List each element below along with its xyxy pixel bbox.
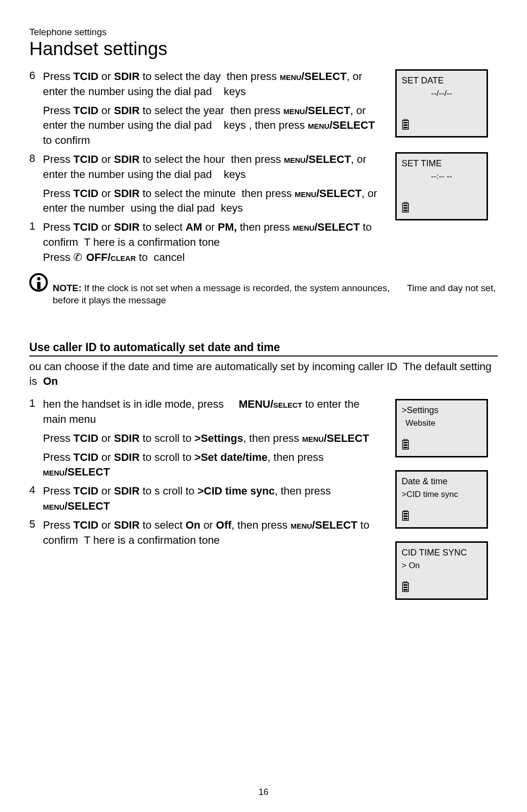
step-number: 6 (29, 69, 43, 99)
note-emph: Time and day not set, (407, 283, 496, 293)
lcd-line-2: >CID time sync (402, 490, 482, 499)
note-block: NOTE: If the clock is not set when a mes… (29, 277, 498, 307)
svg-rect-4 (404, 127, 407, 128)
page-number: 16 (259, 787, 268, 797)
note-body-2: before it plays the message (53, 295, 166, 305)
note-label: NOTE: (53, 283, 81, 293)
step-number: 1 (29, 220, 43, 265)
instruction-step: 4Press TCID or SDIR to s croll to >CID t… (29, 484, 385, 514)
lcd-line-2: --/--/-- (402, 89, 482, 99)
instruction-step: 8Press TCID or SDIR to select the hour t… (29, 152, 385, 182)
svg-rect-7 (404, 205, 407, 206)
document-page: Telephone settings Handset settings 6Pre… (0, 0, 527, 812)
step-body: hen the handset is in idle mode, press M… (43, 397, 385, 427)
step-number: 5 (29, 518, 43, 548)
section-1-lcds: SET DATE--/--/--SET TIME--:-- -- (395, 69, 498, 233)
lcd-line-2: --:-- -- (402, 172, 482, 181)
step-body: Press TCID or SDIR to s croll to >CID ti… (43, 484, 385, 514)
lcd-screen: >SettingsWebsite (395, 399, 488, 457)
instruction-step: Press TCID or SDIR to select the minute … (29, 186, 385, 217)
battery-icon (402, 202, 409, 215)
battery-icon (402, 581, 409, 594)
lcd-screen: CID TIME SYNC> On (395, 541, 488, 600)
info-icon (29, 273, 48, 292)
instruction-step: 1Press TCID or SDIR to select AM or PM, … (29, 220, 385, 265)
lcd-line-1: SET DATE (402, 76, 482, 86)
section-2-intro: ou can choose if the date and time are a… (29, 359, 498, 388)
svg-rect-24 (404, 589, 407, 591)
instruction-step: Press TCID or SDIR to scroll to >Set dat… (29, 450, 385, 480)
step-number (29, 431, 43, 446)
instruction-step: Press TCID or SDIR to scroll to >Setting… (29, 431, 385, 446)
step-body: Press TCID or SDIR to scroll to >Set dat… (43, 450, 385, 480)
battery-icon (402, 119, 409, 132)
battery-icon (402, 439, 409, 452)
lcd-line-1: Date & time (402, 476, 482, 487)
lcd-screen: Date & time>CID time sync (395, 470, 488, 529)
step-body: Press TCID or SDIR to select On or Off, … (43, 518, 385, 548)
instruction-step: 6Press TCID or SDIR to select the day th… (29, 69, 385, 99)
step-body: Press TCID or SDIR to select the day the… (43, 69, 385, 99)
svg-rect-17 (404, 513, 407, 515)
svg-rect-23 (404, 587, 407, 588)
page-title: Handset settings (29, 39, 498, 59)
svg-rect-8 (404, 207, 407, 209)
step-body: Press TCID or SDIR to select AM or PM, t… (43, 220, 385, 265)
section-label: Telephone settings (29, 27, 498, 38)
svg-rect-12 (404, 442, 407, 443)
svg-rect-19 (404, 518, 407, 519)
svg-rect-14 (404, 447, 407, 448)
step-body: Press TCID or SDIR to select the hour th… (43, 152, 385, 182)
lcd-screen: SET DATE--/--/-- (395, 69, 488, 138)
section-2-heading: Use caller ID to automatically set date … (29, 341, 498, 356)
battery-icon (402, 510, 409, 523)
svg-rect-18 (404, 515, 407, 517)
instruction-step: 1hen the handset is in idle mode, press … (29, 397, 385, 427)
step-number (29, 103, 43, 148)
svg-rect-13 (404, 444, 407, 446)
step-number (29, 186, 43, 217)
svg-rect-3 (404, 124, 407, 126)
svg-rect-2 (404, 122, 407, 123)
lcd-line-1: SET TIME (402, 158, 482, 169)
section-2: Use caller ID to automatically set date … (29, 341, 498, 613)
lcd-line-2: > On (402, 561, 482, 571)
lcd-screen: SET TIME--:-- -- (395, 152, 488, 220)
note-text: NOTE: If the clock is not set when a mes… (53, 277, 498, 307)
lcd-line-1: >Settings (402, 405, 482, 416)
svg-rect-22 (404, 584, 407, 586)
instruction-step: Press TCID or SDIR to select the year th… (29, 103, 385, 148)
step-number: 8 (29, 152, 43, 182)
section-1: 6Press TCID or SDIR to select the day th… (29, 69, 498, 269)
step-body: Press TCID or SDIR to scroll to >Setting… (43, 431, 369, 446)
step-body: Press TCID or SDIR to select the year th… (43, 103, 385, 148)
step-number: 1 (29, 397, 43, 427)
lcd-line-1: CID TIME SYNC (402, 548, 482, 558)
step-number (29, 450, 43, 480)
section-2-lcds: >SettingsWebsite Date & time>CID time sy… (395, 399, 498, 613)
svg-rect-9 (404, 210, 407, 211)
lcd-line-2: Website (402, 418, 482, 428)
step-body: Press TCID or SDIR to select the minute … (43, 186, 385, 217)
section-1-text: 6Press TCID or SDIR to select the day th… (29, 69, 385, 269)
note-body-1: If the clock is not set when a message i… (81, 283, 392, 293)
instruction-step: 5Press TCID or SDIR to select On or Off,… (29, 518, 385, 548)
step-number: 4 (29, 484, 43, 514)
section-2-text: 1hen the handset is in idle mode, press … (29, 397, 385, 552)
